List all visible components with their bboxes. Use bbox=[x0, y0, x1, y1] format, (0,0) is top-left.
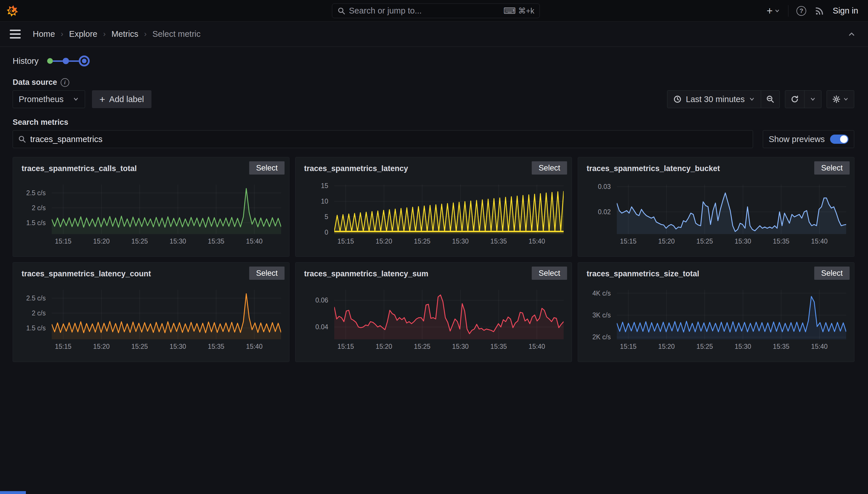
x-axis-labels: 15:1515:2015:2515:3015:3515:40 bbox=[52, 343, 281, 352]
chevron-up-icon[interactable] bbox=[847, 30, 856, 39]
refresh-picker bbox=[785, 90, 822, 108]
help-button[interactable]: ? bbox=[796, 6, 806, 16]
panel-title: traces_spanmetrics_latency_sum bbox=[304, 269, 428, 278]
breadcrumb-separator: › bbox=[103, 30, 106, 39]
help-icon: ? bbox=[796, 6, 806, 16]
breadcrumb-explore[interactable]: Explore bbox=[69, 29, 97, 39]
breadcrumb: Home › Explore › Metrics › Select metric bbox=[33, 29, 201, 39]
show-previews-label: Show previews bbox=[769, 135, 825, 144]
chevron-down-icon bbox=[774, 8, 780, 14]
search-icon bbox=[18, 135, 26, 143]
chart: 1.5 c/s2 c/s2.5 c/s15:1515:2015:2515:301… bbox=[13, 185, 289, 253]
panel-title: traces_spanmetrics_latency_bucket bbox=[587, 164, 720, 173]
select-metric-button[interactable]: Select bbox=[532, 161, 567, 174]
gear-icon bbox=[832, 95, 841, 103]
x-axis-labels: 15:1515:2015:2515:3015:3515:40 bbox=[617, 238, 846, 246]
time-range-button[interactable]: Last 30 minutes bbox=[667, 91, 761, 108]
panel-title: traces_spanmetrics_size_total bbox=[587, 269, 699, 278]
search-metrics-label: Search metrics bbox=[13, 118, 68, 127]
panel-title: traces_spanmetrics_calls_total bbox=[22, 164, 137, 173]
settings-group bbox=[827, 90, 854, 108]
global-search-input[interactable] bbox=[349, 6, 500, 16]
chart: 0.040.0615:1515:2015:2515:3015:3515:40 bbox=[295, 290, 572, 359]
select-metric-button[interactable]: Select bbox=[814, 267, 850, 280]
select-metric-button[interactable]: Select bbox=[249, 267, 284, 280]
search-shortcut: ⌨⌘+k bbox=[503, 6, 534, 16]
y-axis-labels: 1.5 c/s2 c/s2.5 c/s bbox=[13, 185, 47, 234]
metric-panel: traces_spanmetrics_latency_count Select … bbox=[13, 262, 290, 362]
refresh-icon bbox=[790, 95, 799, 103]
info-icon[interactable]: i bbox=[61, 78, 69, 87]
history-label: History bbox=[13, 56, 39, 66]
chart: 1.5 c/s2 c/s2.5 c/s15:1515:2015:2515:301… bbox=[13, 290, 289, 359]
time-range-picker: Last 30 minutes bbox=[667, 90, 780, 108]
datasource-label: Data source bbox=[13, 78, 57, 87]
metrics-preview-grid: traces_spanmetrics_calls_total Select 1.… bbox=[13, 157, 854, 362]
panel-title: traces_spanmetrics_latency bbox=[304, 164, 408, 173]
bottom-edge-artifact bbox=[0, 491, 26, 494]
chart: 2K c/s3K c/s4K c/s15:1515:2015:2515:3015… bbox=[578, 290, 854, 359]
select-metric-button[interactable]: Select bbox=[532, 267, 567, 280]
show-previews-toggle[interactable] bbox=[830, 135, 848, 144]
y-axis-labels: 051015 bbox=[295, 185, 330, 234]
settings-button[interactable] bbox=[827, 91, 854, 108]
datasource-value: Prometheus bbox=[19, 95, 63, 104]
datasource-select[interactable]: Prometheus bbox=[13, 90, 85, 108]
breadcrumb-separator: › bbox=[61, 30, 63, 39]
y-axis-labels: 0.040.06 bbox=[295, 290, 330, 339]
chevron-down-icon bbox=[810, 96, 816, 102]
breadcrumb-separator: › bbox=[144, 30, 146, 39]
news-button[interactable] bbox=[814, 6, 825, 16]
zoom-out-icon bbox=[766, 95, 775, 103]
global-search-box[interactable]: ⌨⌘+k bbox=[332, 3, 540, 18]
x-axis-labels: 15:1515:2015:2515:3015:3515:40 bbox=[52, 238, 281, 246]
top-bar: ⌨⌘+k + ? Sign in bbox=[0, 0, 868, 22]
chevron-down-icon bbox=[73, 96, 79, 102]
chart: 05101515:1515:2015:2515:3015:3515:40 bbox=[295, 185, 572, 253]
panel-title: traces_spanmetrics_latency_count bbox=[22, 269, 151, 278]
history-connector bbox=[53, 60, 63, 62]
select-metric-button[interactable]: Select bbox=[249, 161, 284, 174]
history-step-dot[interactable] bbox=[47, 58, 53, 64]
sign-in-button[interactable]: Sign in bbox=[833, 6, 858, 16]
plus-icon: + bbox=[99, 94, 105, 104]
nav-bar: Home › Explore › Metrics › Select metric bbox=[0, 22, 868, 47]
menu-icon[interactable] bbox=[8, 28, 22, 40]
grafana-logo[interactable] bbox=[6, 5, 18, 17]
x-axis-labels: 15:1515:2015:2515:3015:3515:40 bbox=[334, 343, 564, 352]
rss-icon bbox=[814, 6, 825, 16]
search-icon bbox=[337, 7, 346, 15]
history-current-step[interactable] bbox=[79, 56, 90, 66]
metric-panel: traces_spanmetrics_latency_sum Select 0.… bbox=[295, 262, 572, 362]
new-menu-button[interactable]: + bbox=[767, 6, 780, 16]
metric-panel: traces_spanmetrics_latency_bucket Select… bbox=[578, 157, 854, 257]
chevron-down-icon bbox=[843, 96, 849, 102]
clock-icon bbox=[673, 95, 682, 103]
zoom-out-button[interactable] bbox=[761, 91, 780, 108]
breadcrumb-metrics[interactable]: Metrics bbox=[112, 29, 138, 39]
y-axis-labels: 0.020.03 bbox=[578, 185, 612, 234]
metric-panel: traces_spanmetrics_calls_total Select 1.… bbox=[13, 157, 290, 257]
history-step-dot[interactable] bbox=[63, 58, 69, 64]
x-axis-labels: 15:1515:2015:2515:3015:3515:40 bbox=[617, 343, 846, 352]
show-previews-control: Show previews bbox=[763, 130, 854, 148]
refresh-interval-button[interactable] bbox=[805, 91, 821, 108]
add-label-button[interactable]: + Add label bbox=[92, 90, 152, 108]
x-axis-labels: 15:1515:2015:2515:3015:3515:40 bbox=[334, 238, 564, 246]
keyboard-icon: ⌨ bbox=[503, 6, 516, 15]
metrics-search-box bbox=[13, 130, 753, 148]
metric-panel: traces_spanmetrics_latency Select 051015… bbox=[295, 157, 572, 257]
breadcrumb-select-metric: Select metric bbox=[152, 29, 201, 39]
plus-icon: + bbox=[767, 6, 773, 16]
history-timeline[interactable] bbox=[47, 56, 90, 66]
topbar-divider bbox=[788, 5, 788, 17]
refresh-button[interactable] bbox=[785, 91, 804, 108]
breadcrumb-home[interactable]: Home bbox=[33, 29, 55, 39]
history-connector bbox=[69, 60, 79, 62]
y-axis-labels: 1.5 c/s2 c/s2.5 c/s bbox=[13, 290, 47, 339]
select-metric-button[interactable]: Select bbox=[814, 161, 850, 174]
metrics-search-input[interactable] bbox=[30, 135, 748, 144]
metric-panel: traces_spanmetrics_size_total Select 2K … bbox=[578, 262, 854, 362]
chevron-down-icon bbox=[749, 96, 755, 102]
y-axis-labels: 2K c/s3K c/s4K c/s bbox=[578, 290, 612, 339]
